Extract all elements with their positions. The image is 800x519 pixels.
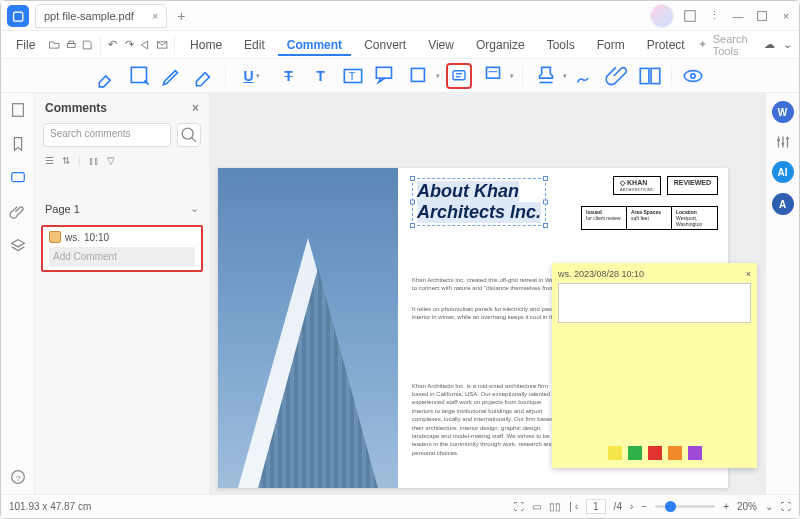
app-menu-icon[interactable] <box>683 9 697 23</box>
page-group[interactable]: Page 1 ⌄ <box>35 196 209 221</box>
menu-home[interactable]: Home <box>181 34 231 56</box>
menu-tools[interactable]: Tools <box>538 34 584 56</box>
cloud-icon[interactable]: ☁ <box>764 37 775 53</box>
save-icon[interactable] <box>81 37 93 53</box>
menubar: File ↶ ↷ Home Edit Comment Convert View … <box>1 31 799 59</box>
menu-convert[interactable]: Convert <box>355 34 415 56</box>
document-tab[interactable]: ppt file-sample.pdf × <box>35 4 167 28</box>
sticky-textarea[interactable] <box>558 283 751 323</box>
comment-time: 10:10 <box>84 232 109 243</box>
strikethrough-tool[interactable]: T <box>276 63 302 89</box>
print-icon[interactable] <box>65 37 77 53</box>
menu-comment[interactable]: Comment <box>278 34 351 56</box>
file-menu[interactable]: File <box>7 34 44 56</box>
attachment-panel-icon[interactable] <box>9 203 27 221</box>
expand-icon[interactable]: ☰ <box>45 155 54 166</box>
close-tab-icon[interactable]: × <box>152 10 158 22</box>
new-tab-button[interactable]: + <box>177 8 185 24</box>
undo-icon[interactable]: ↶ <box>106 37 118 53</box>
close-panel-icon[interactable]: × <box>192 101 199 115</box>
svg-point-26 <box>777 139 780 142</box>
search-comments-input[interactable]: Search comments <box>43 123 171 147</box>
document-canvas[interactable]: About Khan Architects Inc. ◇ KHANARCHITE… <box>210 93 765 494</box>
menu-form[interactable]: Form <box>588 34 634 56</box>
signature-tool[interactable] <box>573 63 599 89</box>
attachment-tool[interactable] <box>605 63 631 89</box>
close-window-icon[interactable]: × <box>779 9 793 23</box>
email-icon[interactable] <box>156 37 168 53</box>
swatch-red[interactable] <box>648 446 662 460</box>
properties-icon[interactable] <box>774 133 792 151</box>
magic-icon[interactable]: ✦ <box>698 38 707 51</box>
thumbnail-icon[interactable] <box>9 101 27 119</box>
stamp-tool[interactable] <box>478 63 514 89</box>
add-comment-input[interactable]: Add Comment <box>49 247 195 266</box>
two-page-icon[interactable]: ▯▯ <box>549 501 561 512</box>
compare-tool[interactable] <box>637 63 663 89</box>
ai-badge[interactable]: AI <box>772 161 794 183</box>
svg-rect-17 <box>651 68 660 83</box>
menu-protect[interactable]: Protect <box>638 34 694 56</box>
note-tool[interactable] <box>446 63 472 89</box>
svg-point-18 <box>684 70 701 81</box>
typewriter-tool[interactable]: T <box>308 63 334 89</box>
eraser-tool[interactable] <box>191 63 217 89</box>
kebab-icon[interactable]: ⋮ <box>707 9 721 23</box>
user-avatar[interactable] <box>651 5 673 27</box>
maximize-icon[interactable] <box>755 9 769 23</box>
share-icon[interactable] <box>139 37 151 53</box>
highlight-tool[interactable] <box>95 63 121 89</box>
search-icon[interactable] <box>177 123 201 147</box>
redo-icon[interactable]: ↷ <box>123 37 135 53</box>
swatch-purple[interactable] <box>688 446 702 460</box>
reviewed-stamp: REVIEWED <box>667 176 718 195</box>
zoom-slider[interactable] <box>655 505 715 508</box>
textbox-tool[interactable]: T <box>340 63 366 89</box>
fit-icon[interactable]: ⛶ <box>514 501 524 512</box>
page-dimensions: 101.93 x 47.87 cm <box>9 501 91 512</box>
menu-view[interactable]: View <box>419 34 463 56</box>
chevron-down-icon[interactable]: ⌄ <box>782 37 793 53</box>
chevron-down-icon[interactable]: ⌄ <box>765 501 773 512</box>
page-current[interactable]: 1 <box>586 499 606 514</box>
filter-row: ☰ ⇅ | ⫿⫿ ▽ <box>35 153 209 174</box>
help-icon[interactable]: ? <box>9 468 27 486</box>
selected-text-box[interactable]: About Khan Architects Inc. <box>412 178 546 226</box>
swatch-yellow[interactable] <box>608 446 622 460</box>
open-icon[interactable] <box>48 37 60 53</box>
bookmark-icon[interactable] <box>9 135 27 153</box>
zoom-in-icon[interactable]: + <box>723 501 729 512</box>
menu-organize[interactable]: Organize <box>467 34 534 56</box>
svg-rect-10 <box>453 70 465 79</box>
pencil-tool[interactable] <box>159 63 185 89</box>
svg-rect-21 <box>11 173 24 182</box>
swatch-green[interactable] <box>628 446 642 460</box>
search-tools-placeholder[interactable]: Search Tools <box>713 33 758 57</box>
sort-icon[interactable]: ⇅ <box>62 155 70 166</box>
underline-tool[interactable]: U <box>234 63 270 89</box>
comment-card[interactable]: ws. 10:10 Add Comment <box>41 225 203 272</box>
menu-edit[interactable]: Edit <box>235 34 274 56</box>
callout-tool[interactable] <box>372 63 398 89</box>
page-total: /4 <box>614 501 622 512</box>
minimize-icon[interactable]: — <box>731 9 745 23</box>
book-icon[interactable]: ▭ <box>532 501 541 512</box>
svg-point-19 <box>690 73 694 77</box>
area-highlight-tool[interactable] <box>127 63 153 89</box>
a-badge[interactable]: A <box>772 193 794 215</box>
word-badge[interactable]: W <box>772 101 794 123</box>
shape-tool[interactable] <box>404 63 440 89</box>
hide-comments-tool[interactable] <box>680 63 706 89</box>
stamp2-tool[interactable] <box>531 63 567 89</box>
layers-icon[interactable] <box>9 237 27 255</box>
close-sticky-icon[interactable]: × <box>746 269 751 279</box>
titlebar: ▢ ppt file-sample.pdf × + ⋮ — × <box>1 1 799 31</box>
filter-icon[interactable]: ▽ <box>107 155 115 166</box>
zoom-value[interactable]: 20% <box>737 501 757 512</box>
zoom-out-icon[interactable]: − <box>641 501 647 512</box>
swatch-orange[interactable] <box>668 446 682 460</box>
sticky-note-popup[interactable]: ws. 2023/08/28 10:10 × <box>552 263 757 468</box>
filter2-icon[interactable]: ⫿⫿ <box>89 155 99 166</box>
fullscreen-icon[interactable]: ⛶ <box>781 501 791 512</box>
comment-panel-icon[interactable] <box>9 169 27 187</box>
